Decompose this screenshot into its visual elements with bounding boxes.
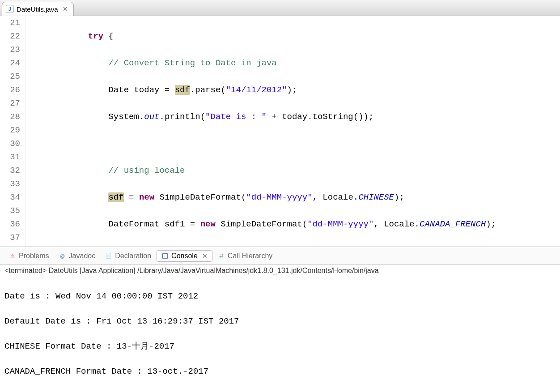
terminated-status: <terminated> DateUtils [Java Application… (0, 265, 560, 276)
line-number-gutter: 21222324252627282930313233343536373839 (0, 16, 26, 247)
console-line: CANADA_FRENCH Format Date : 13-oct.-2017 (4, 365, 556, 378)
problems-icon: ⚠ (9, 252, 16, 260)
code-editor[interactable]: 21222324252627282930313233343536373839 t… (0, 16, 560, 247)
tab-problems[interactable]: ⚠Problems (4, 251, 54, 261)
console-line: Default Date is : Fri Oct 13 16:29:37 IS… (4, 315, 556, 328)
javadoc-icon: @ (59, 252, 66, 260)
close-view-icon[interactable]: ✕ (202, 252, 208, 260)
console-line: CHINESE Format Date : 13-十月-2017 (4, 340, 556, 353)
console-icon (161, 252, 169, 260)
editor-tab-bar: J DateUtils.java ✕ (0, 0, 560, 16)
declaration-icon: 📄 (105, 252, 112, 260)
tab-call-hierarchy[interactable]: ⇄Call Hierarchy (213, 251, 277, 261)
file-tab-label: DateUtils.java (17, 5, 58, 13)
call-hierarchy-icon: ⇄ (218, 252, 225, 260)
tab-console[interactable]: Console✕ (157, 250, 212, 262)
tab-declaration[interactable]: 📄Declaration (101, 251, 156, 261)
java-file-icon: J (6, 5, 14, 13)
file-tab-dateutils[interactable]: J DateUtils.java ✕ (2, 2, 74, 16)
bottom-panel-tabs: ⚠Problems @Javadoc 📄Declaration Console✕… (0, 247, 560, 265)
console-output[interactable]: Date is : Wed Nov 14 00:00:00 IST 2012 D… (0, 276, 560, 392)
close-tab-icon[interactable]: ✕ (63, 5, 68, 13)
console-line: Date is : Wed Nov 14 00:00:00 IST 2012 (4, 290, 556, 303)
code-area[interactable]: try { // Convert String to Date in java … (26, 16, 560, 247)
tab-javadoc[interactable]: @Javadoc (55, 251, 100, 261)
